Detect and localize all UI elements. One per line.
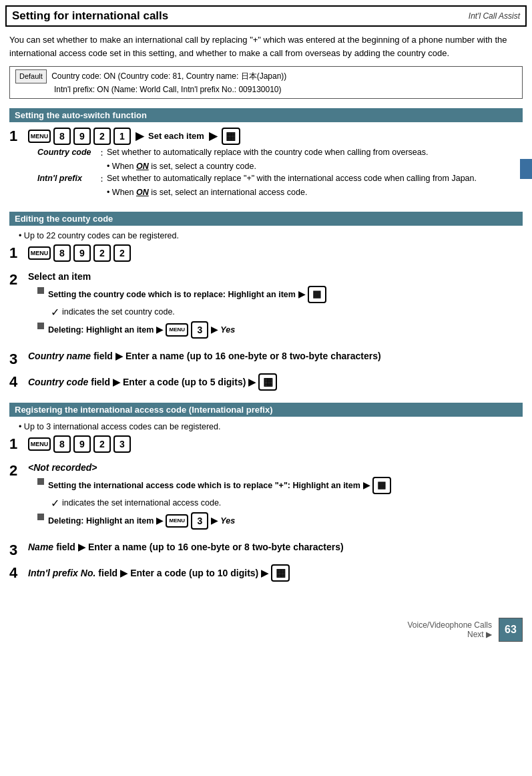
default-text1: Country code: ON (Country code: 81, Coun… [51,71,286,81]
term-intnl-prefix: Intn'l prefix [37,174,97,185]
key-3-sub2: 3 [191,321,208,339]
section2-step4: 4 Country code field ▶ Enter a code (up … [9,373,523,393]
step-number-1a: 1 [9,129,28,144]
sub2-row-s3: Deleting: Highlight an item ▶ Menu 3 ▶ Y… [37,512,523,532]
step4-label-s2: field [91,377,110,387]
section2-bullet: • Up to 22 country codes can be register… [19,231,523,240]
step-number-2-3: 3 [9,352,28,367]
section3-step4: 4 Intn'l prefix No. field ▶ Enter a code… [9,564,523,584]
step2-label-s3: <Not recorded> [28,462,523,473]
key-8-1a: 8 [53,128,71,145]
key-3-sub2-s3: 3 [191,512,208,530]
key-2-2b: 2 [113,244,131,262]
arrow-1a-2: ▶ [209,130,217,142]
key-select-sub1: ▦ [308,286,326,303]
square-bullet-2 [37,323,44,329]
key-8-2a: 8 [53,244,71,262]
step-number-2-1: 1 [9,246,28,260]
sub1-arrow-s3: ▶ [363,480,370,490]
step2-label-s2: Select an item [28,271,523,282]
page-header: Setting for international calls Int'l Ca… [5,5,527,27]
step4-text-s2: Enter a code (up to 5 digits) [123,377,246,387]
sub2-yes-s3: Yes [220,516,235,526]
key-1-1a: 1 [113,128,131,145]
key-2-3a: 2 [93,435,111,453]
page-title: Setting for international calls [12,9,168,23]
key-menu-2a: Menu [28,246,51,260]
blue-sidebar-indicator [520,159,532,179]
section2-step1: 1 Menu 8 9 2 2 [9,244,523,264]
default-label: Default [15,69,47,83]
desc-country-code: Country code ： Set whether to automatica… [37,148,523,197]
sub1-check-text: indicates the set country code. [62,307,175,317]
step-number-2-4: 4 [9,375,28,389]
term-country-code: Country code [37,148,97,159]
key-select-step4-s3: ▦ [271,564,290,582]
footer-label2: Next ▶ [407,630,492,639]
def-country-code-line2: • When ON is set, select a country code. [107,162,256,171]
square-bullet-3 [37,478,44,485]
sub2-arrow-s3: ▶ [156,516,163,526]
key-menu-sub2-s3: Menu [166,514,188,528]
step4-term-s2: Country code [28,377,88,387]
step-number-3-3: 3 [9,543,28,558]
check-mark-1: ✓ [51,306,59,319]
step3-label-s3: field [56,542,75,552]
section1-step1: 1 Menu 8 9 2 1 ▶ Set each item ▶ ▦ Count… [9,128,523,202]
colon1: ： [97,148,107,159]
step-number-3-4: 4 [9,566,28,580]
step4-arrow2-s2: ▶ [248,377,256,387]
sub1-row: Setting the country code which is to rep… [37,286,523,319]
key-2-2a: 2 [93,244,111,262]
def-intnl-line2: • When ON is set, select an internationa… [107,188,307,197]
footer-text: Voice/Videophone Calls Next ▶ [407,620,492,639]
section3-step2: 2 <Not recorded> Setting the internation… [9,462,523,535]
section2-step2: 2 Select an item Setting the country cod… [9,271,523,344]
sub2-label-s3: Deleting: Highlight an item [48,516,154,526]
step4-text-s3: Enter a code (up to 10 digits) [130,568,258,578]
sub2-yes: Yes [220,325,235,335]
key-8-3a: 8 [53,435,71,453]
key-9-2a: 9 [73,244,91,262]
step3-text-s3: Enter a name (up to 16 one-byte or 8 two… [88,542,344,552]
section1-header: Setting the auto-switch function [9,108,523,122]
key-select-sub1-s3: ▦ [372,477,391,494]
step3-label-s2: field [93,351,113,361]
sub2-arrow: ▶ [156,325,163,335]
step-number-3-2: 2 [9,463,28,478]
square-bullet-4 [37,514,44,520]
key-2-1a: 2 [93,128,111,145]
step4-arrow2-s3: ▶ [261,568,268,578]
section3-step3: 3 Name field ▶ Enter a name (up to 16 on… [9,542,523,558]
colon2: ： [97,174,107,185]
step-number-3-1: 1 [9,437,28,451]
sub1-label-s3: Setting the international access code wh… [48,481,360,490]
sub2-label: Deleting: Highlight an item [48,325,154,335]
default-text2: Intn'l prefix: ON (Name: World Call, Int… [54,85,282,94]
footer-label1: Voice/Videophone Calls [407,620,492,630]
step3-arrow-s3: ▶ [78,542,85,552]
key-menu-1a: Menu [28,130,51,143]
check-mark-s3: ✓ [51,497,59,510]
default-box: Default Country code: ON (Country code: … [9,66,523,99]
key-3-3b: 3 [113,435,131,453]
def-intnl-line1: Set whether to automatically replace "+"… [107,174,523,185]
key-menu-3a: Menu [28,437,51,451]
sub2-row: Deleting: Highlight an item ▶ Menu 3 ▶ Y… [37,321,523,341]
sub1-arrow: ▶ [298,289,305,299]
step4-label-s3: field [98,568,117,578]
step3-arrow-s2: ▶ [115,351,123,361]
section2-header: Editing the county code [9,212,523,226]
step1a-label: Set each item [148,131,204,141]
sub1-label: Setting the country code which is to rep… [48,290,296,299]
step4-arrow-s3: ▶ [120,568,127,578]
page-tag: Int'l Call Assist [469,11,520,21]
section3-bullet: • Up to 3 international access codes can… [19,422,523,431]
sub1-row-s3: Setting the international access code wh… [37,477,523,510]
sub2-arrow2-s3: ▶ [211,516,218,526]
arrow-1a: ▶ [136,130,144,142]
step3-text-s2: Enter a name (up to 16 one-byte or 8 two… [125,351,381,361]
step4-term-s3: Intn'l prefix No. [28,568,95,578]
step-number-2-2: 2 [9,272,28,287]
sub1-check-text-s3: indicates the set international access c… [62,498,221,508]
